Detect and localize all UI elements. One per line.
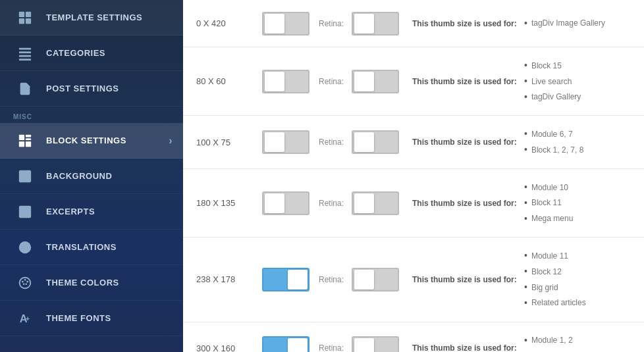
toggle-knob bbox=[265, 132, 284, 152]
excerpts-icon bbox=[13, 200, 37, 224]
toggle-switch-retina[interactable] bbox=[352, 70, 399, 93]
toggle-switch-main[interactable] bbox=[262, 268, 309, 291]
svg-point-23 bbox=[26, 280, 28, 282]
sidebar-item-label: Block Settings bbox=[46, 136, 126, 145]
block-icon bbox=[13, 129, 37, 153]
toggle-knob bbox=[288, 270, 308, 289]
toggle-switch-retina[interactable] bbox=[352, 191, 399, 215]
svg-rect-1 bbox=[26, 11, 31, 16]
list-item: Module 11 bbox=[524, 248, 631, 264]
svg-rect-6 bbox=[19, 55, 31, 57]
thumb-size-label: 238 X 178 bbox=[196, 274, 262, 284]
svg-rect-10 bbox=[19, 134, 24, 139]
used-for-list: Module 6, 7Block 1, 2, 7, 8 bbox=[524, 126, 631, 158]
retina-label: Retina: bbox=[319, 199, 344, 208]
toggle-knob-retina bbox=[354, 338, 374, 352]
toggle-switch-main[interactable] bbox=[262, 336, 309, 352]
list-item: Block 1, 2, 7, 8 bbox=[524, 142, 631, 158]
thumbnail-rows-container: 0 X 420Retina:This thumb size is used fo… bbox=[183, 0, 644, 352]
used-for-list: Module 1, 2Block 3, 4 bbox=[524, 333, 631, 352]
svg-point-22 bbox=[24, 279, 26, 281]
toggle-knob-retina bbox=[354, 14, 374, 34]
list-item: Module 6, 7 bbox=[524, 126, 631, 142]
toggle-knob-retina bbox=[354, 270, 374, 289]
toggle-knob-retina bbox=[354, 132, 374, 152]
used-for-label: This thumb size is used for: bbox=[412, 343, 518, 352]
sidebar-item-theme-colors[interactable]: Theme Colors bbox=[0, 265, 183, 301]
list-item: Related articles bbox=[524, 295, 631, 311]
thumb-row: 100 X 75Retina:This thumb size is used f… bbox=[183, 116, 644, 169]
list-item: Block 3, 4 bbox=[524, 348, 631, 352]
toggle-knob-retina bbox=[354, 193, 374, 213]
sidebar-item-block-settings[interactable]: Block Settings › bbox=[0, 123, 183, 159]
sidebar-item-translations[interactable]: Translations bbox=[0, 230, 183, 265]
list-item: Module 10 bbox=[524, 180, 631, 195]
svg-rect-11 bbox=[26, 134, 31, 137]
toggle-switch-retina[interactable] bbox=[352, 336, 399, 352]
svg-point-21 bbox=[22, 280, 24, 282]
used-for-list: Module 10Block 11Mega menu bbox=[524, 180, 631, 226]
translations-icon bbox=[13, 236, 37, 259]
main-content: 0 X 420Retina:This thumb size is used fo… bbox=[183, 0, 644, 352]
sidebar-item-template-settings[interactable]: Template Settings bbox=[0, 0, 183, 36]
thumb-row: 180 X 135Retina:This thumb size is used … bbox=[183, 169, 644, 238]
sidebar-item-theme-fonts[interactable]: A+ Theme Fonts bbox=[0, 301, 183, 336]
used-for-label: This thumb size is used for: bbox=[412, 19, 518, 28]
sidebar: Template Settings Categories Post Settin… bbox=[0, 0, 183, 352]
sidebar-item-excerpts[interactable]: Excerpts bbox=[0, 194, 183, 230]
sidebar-item-label: Categories bbox=[46, 48, 105, 58]
sidebar-item-label: Post Settings bbox=[46, 84, 119, 93]
svg-rect-14 bbox=[26, 138, 31, 140]
used-for-list: Block 15Live searchtagDiv Gallery bbox=[524, 58, 631, 105]
sidebar-item-label: Theme Colors bbox=[46, 278, 119, 288]
sidebar-item-label: Template Settings bbox=[46, 13, 142, 22]
toggle-knob bbox=[265, 72, 284, 91]
thumb-row: 238 X 178Retina:This thumb size is used … bbox=[183, 238, 644, 322]
used-for-list: tagDiv Image Gallery bbox=[524, 16, 631, 32]
sidebar-item-label: Translations bbox=[46, 242, 117, 252]
chevron-right-icon: › bbox=[169, 135, 173, 147]
thumb-row: 300 X 160Retina:This thumb size is used … bbox=[183, 322, 644, 352]
svg-text:+: + bbox=[26, 314, 30, 322]
used-for-label: This thumb size is used for: bbox=[412, 199, 518, 208]
sidebar-item-background[interactable]: Background bbox=[0, 159, 183, 194]
toggle-knob bbox=[265, 14, 284, 34]
svg-rect-13 bbox=[26, 141, 31, 146]
toggle-switch-retina[interactable] bbox=[352, 268, 399, 291]
sidebar-item-post-settings[interactable]: Post Settings bbox=[0, 71, 183, 107]
list-item: Block 11 bbox=[524, 195, 631, 211]
post-icon bbox=[13, 77, 37, 101]
list-item: Module 1, 2 bbox=[524, 333, 631, 349]
retina-label: Retina: bbox=[319, 275, 344, 284]
toggle-knob-retina bbox=[354, 72, 374, 91]
list-item: Block 15 bbox=[524, 58, 631, 74]
svg-rect-16 bbox=[19, 205, 31, 217]
sidebar-item-categories[interactable]: Categories bbox=[0, 36, 183, 71]
thumb-row: 80 X 60Retina:This thumb size is used fo… bbox=[183, 47, 644, 116]
sidebar-item-label: Background bbox=[46, 171, 112, 181]
categories-icon bbox=[13, 41, 37, 65]
thumb-row: 0 X 420Retina:This thumb size is used fo… bbox=[183, 0, 644, 47]
toggle-switch-main[interactable] bbox=[262, 191, 309, 215]
fonts-icon: A+ bbox=[13, 307, 37, 330]
thumb-size-label: 300 X 160 bbox=[196, 343, 262, 352]
toggle-switch-retina[interactable] bbox=[352, 130, 399, 154]
list-item: tagDiv Image Gallery bbox=[524, 16, 631, 32]
list-item: Live search bbox=[524, 74, 631, 89]
thumb-size-label: 180 X 135 bbox=[196, 198, 262, 208]
list-item: Mega menu bbox=[524, 211, 631, 227]
svg-rect-12 bbox=[19, 141, 24, 146]
colors-icon bbox=[13, 271, 37, 295]
toggle-switch-main[interactable] bbox=[262, 12, 309, 36]
svg-rect-3 bbox=[26, 18, 31, 23]
retina-label: Retina: bbox=[319, 138, 344, 147]
thumb-size-label: 0 X 420 bbox=[196, 18, 262, 28]
retina-label: Retina: bbox=[319, 19, 344, 28]
list-item: tagDiv Gallery bbox=[524, 89, 631, 105]
svg-rect-15 bbox=[19, 170, 31, 182]
toggle-switch-main[interactable] bbox=[262, 70, 309, 93]
toggle-switch-main[interactable] bbox=[262, 130, 309, 154]
sidebar-item-label: Excerpts bbox=[46, 207, 95, 216]
toggle-switch-retina[interactable] bbox=[352, 12, 399, 36]
template-icon bbox=[13, 6, 37, 30]
